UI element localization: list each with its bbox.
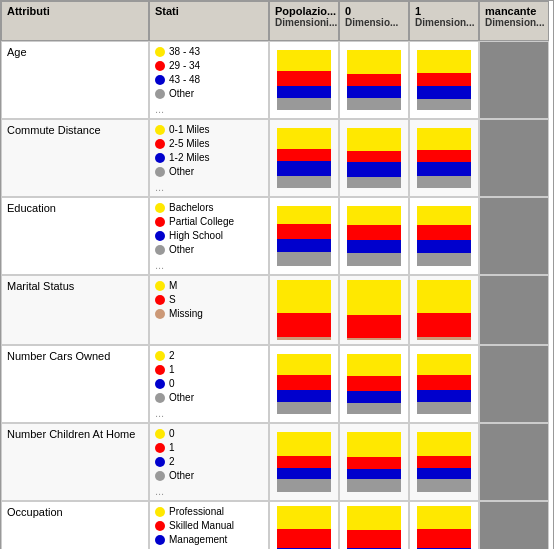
bar-segment-0-0-0 [277, 50, 331, 71]
bar-segment-4-2-1 [417, 375, 471, 390]
stati-dot-4-3 [155, 393, 165, 403]
bar-segment-1-2-3 [417, 176, 471, 188]
row-stati-6: ProfessionalSkilled ManualManagement [149, 501, 269, 549]
stati-label-4-3: Other [169, 391, 194, 404]
chart-cell-5-0 [269, 423, 339, 501]
bar-segment-0-1-1 [347, 74, 401, 86]
bar-segment-2-0-1 [277, 224, 331, 239]
header-attributi: Attributi [1, 1, 149, 41]
bar-segment-3-0-1 [277, 313, 331, 337]
header-col6-title: mancante [485, 5, 543, 17]
stati-label-0-3: Other [169, 87, 194, 100]
bar-segment-5-2-0 [417, 432, 471, 456]
bar-chart-2-1 [347, 206, 401, 266]
bar-segment-1-2-1 [417, 150, 471, 162]
ellipsis-0: ... [155, 103, 263, 115]
row-attr-3: Marital Status [1, 275, 149, 345]
bar-segment-0-2-3 [417, 99, 471, 110]
bar-chart-3-2 [417, 280, 471, 340]
bar-segment-5-2-2 [417, 468, 471, 479]
attr-label-2: Education [7, 202, 56, 214]
bar-segment-6-2-1 [417, 529, 471, 548]
gray-cell-1 [479, 119, 549, 197]
ellipsis-5: ... [155, 485, 263, 497]
bar-segment-6-2-0 [417, 506, 471, 529]
header-col4-title: 0 [345, 5, 403, 17]
chart-cell-3-1 [339, 275, 409, 345]
bar-segment-0-1-0 [347, 50, 401, 74]
bar-chart-1-1 [347, 128, 401, 188]
bar-segment-0-2-1 [417, 73, 471, 86]
bar-chart-2-0 [277, 206, 331, 266]
chart-cell-3-2 [409, 275, 479, 345]
bar-segment-3-2-2 [417, 337, 471, 340]
row-stati-2: BachelorsPartial CollegeHigh SchoolOther… [149, 197, 269, 275]
stati-item-5-3: Other [155, 469, 263, 482]
bar-segment-0-0-2 [277, 86, 331, 98]
gray-cell-4 [479, 345, 549, 423]
stati-dot-6-0 [155, 507, 165, 517]
stati-dot-2-3 [155, 245, 165, 255]
chart-cell-4-0 [269, 345, 339, 423]
stati-item-4-2: 0 [155, 377, 263, 390]
bar-segment-0-1-2 [347, 86, 401, 98]
stati-item-3-1: S [155, 293, 263, 306]
bar-segment-2-1-3 [347, 253, 401, 266]
bar-segment-4-2-2 [417, 390, 471, 402]
chart-cell-3-0 [269, 275, 339, 345]
stati-label-2-0: Bachelors [169, 201, 213, 214]
bar-segment-4-2-3 [417, 402, 471, 414]
stati-dot-0-1 [155, 61, 165, 71]
stati-item-4-1: 1 [155, 363, 263, 376]
bar-segment-6-0-1 [277, 529, 331, 548]
stati-label-2-2: High School [169, 229, 223, 242]
bar-segment-2-2-1 [417, 225, 471, 240]
stati-dot-1-3 [155, 167, 165, 177]
stati-item-0-2: 43 - 48 [155, 73, 263, 86]
row-attr-2: Education [1, 197, 149, 275]
stati-item-3-2: Missing [155, 307, 263, 320]
header-col3: Popolazio... Dimensioni... [269, 1, 339, 41]
stati-label-0-2: 43 - 48 [169, 73, 200, 86]
stati-dot-1-1 [155, 139, 165, 149]
bar-chart-5-1 [347, 432, 401, 492]
bar-segment-1-0-0 [277, 128, 331, 149]
bar-segment-0-2-0 [417, 50, 471, 73]
header-col5: 1 Dimension... [409, 1, 479, 41]
stati-label-3-1: S [169, 293, 176, 306]
stati-label-0-1: 29 - 34 [169, 59, 200, 72]
bar-segment-5-2-3 [417, 479, 471, 492]
bar-segment-6-1-0 [347, 506, 401, 530]
stati-item-4-3: Other [155, 391, 263, 404]
bar-segment-2-2-3 [417, 253, 471, 266]
bar-chart-6-2 [417, 506, 471, 549]
bar-segment-6-0-0 [277, 506, 331, 529]
bar-segment-1-1-2 [347, 162, 401, 178]
stati-dot-3-1 [155, 295, 165, 305]
bar-segment-3-1-1 [347, 315, 401, 338]
stati-item-6-1: Skilled Manual [155, 519, 263, 532]
chart-cell-1-1 [339, 119, 409, 197]
bar-chart-4-2 [417, 354, 471, 414]
bar-segment-4-2-0 [417, 354, 471, 375]
stati-dot-0-0 [155, 47, 165, 57]
bar-segment-5-2-1 [417, 456, 471, 468]
bar-segment-0-0-1 [277, 71, 331, 86]
chart-cell-0-1 [339, 41, 409, 119]
chart-cell-6-1 [339, 501, 409, 549]
gray-cell-0 [479, 41, 549, 119]
row-stati-5: 012Other... [149, 423, 269, 501]
stati-item-5-0: 0 [155, 427, 263, 440]
stati-dot-4-1 [155, 365, 165, 375]
bar-segment-5-0-1 [277, 456, 331, 468]
stati-item-2-1: Partial College [155, 215, 263, 228]
stati-label-2-3: Other [169, 243, 194, 256]
stati-dot-0-3 [155, 89, 165, 99]
bar-segment-5-1-2 [347, 469, 401, 480]
header-col3-sub: Dimensioni... [275, 17, 333, 28]
stati-label-4-2: 0 [169, 377, 175, 390]
chart-cell-5-1 [339, 423, 409, 501]
bar-chart-1-0 [277, 128, 331, 188]
bar-segment-1-2-0 [417, 128, 471, 150]
bar-segment-3-0-2 [277, 337, 331, 340]
